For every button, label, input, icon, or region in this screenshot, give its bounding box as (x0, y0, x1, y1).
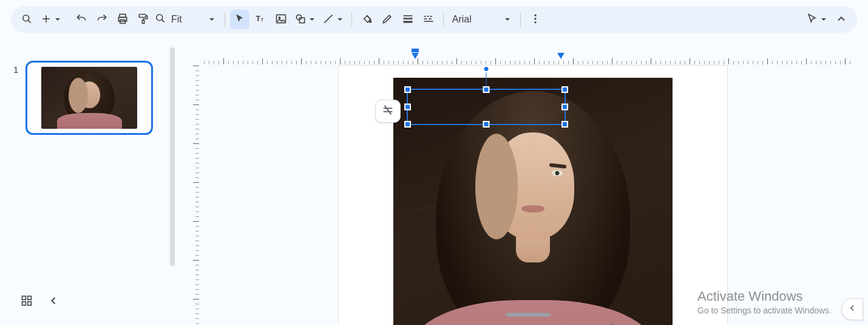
image-icon (275, 13, 287, 27)
svg-line-17 (324, 15, 332, 22)
slide-thumbnail[interactable] (25, 61, 153, 135)
svg-rect-22 (427, 16, 429, 17)
insert-image-button[interactable] (271, 10, 291, 29)
svg-point-0 (23, 15, 29, 21)
chevron-up-icon (835, 13, 847, 27)
mode-button[interactable] (804, 10, 830, 29)
dropdown-arrow-icon (503, 15, 512, 24)
zoom-dropdown[interactable]: Fit (154, 10, 220, 29)
separator (520, 12, 521, 27)
paint-roller-icon (137, 13, 149, 27)
separator (351, 12, 352, 27)
more-options-button[interactable] (526, 10, 545, 29)
separator (225, 12, 225, 27)
resize-handle-bl[interactable] (404, 121, 411, 128)
fill-color-button[interactable] (357, 10, 376, 29)
chevron-left-icon (47, 295, 59, 309)
filmstrip-slide[interactable]: 1 (13, 61, 153, 135)
redo-button[interactable] (92, 10, 112, 29)
svg-rect-34 (412, 49, 419, 52)
border-weight-button[interactable] (398, 10, 418, 29)
resize-handle-br[interactable] (561, 121, 568, 128)
dropdown-arrow-icon (336, 15, 344, 24)
cursor-icon (234, 13, 246, 27)
svg-rect-25 (429, 18, 432, 19)
dropdown-arrow-icon (819, 15, 828, 24)
resize-handle-tl[interactable] (404, 86, 411, 93)
new-slide-button[interactable] (38, 10, 64, 29)
resize-handle-ml[interactable] (404, 104, 411, 111)
clear-formatting-icon (381, 103, 395, 119)
resize-handle-tm[interactable] (483, 86, 490, 93)
resize-handle-bm[interactable] (483, 121, 490, 128)
paint-format-button[interactable] (134, 10, 153, 29)
select-tool-button[interactable] (230, 10, 249, 29)
canvas-area[interactable] (203, 64, 853, 325)
windows-watermark: Activate Windows Go to Settings to activ… (697, 289, 832, 315)
search-menus-button[interactable] (17, 10, 36, 29)
vertical-ruler[interactable] (188, 61, 203, 325)
chevron-left-icon (847, 303, 857, 315)
shape-icon (294, 13, 307, 27)
svg-rect-31 (28, 296, 32, 300)
watermark-subtitle: Go to Settings to activate Windows. (697, 306, 832, 315)
textbox-button[interactable]: TT (251, 10, 270, 29)
collapse-toolbar-button[interactable] (832, 10, 851, 29)
svg-line-10 (162, 20, 164, 22)
svg-rect-18 (403, 15, 412, 16)
redo-icon (96, 13, 108, 27)
svg-point-9 (157, 15, 163, 21)
pen-icon (381, 13, 393, 27)
search-icon (21, 13, 33, 27)
font-dropdown[interactable]: Arial (449, 10, 515, 29)
ruler-right-marker[interactable] (557, 52, 565, 60)
svg-point-29 (534, 21, 536, 23)
svg-rect-16 (299, 18, 304, 22)
svg-point-14 (279, 17, 280, 18)
print-button[interactable] (113, 10, 132, 29)
main-toolbar: Fit TT (11, 6, 857, 33)
svg-rect-24 (424, 18, 427, 19)
slide-number: 1 (13, 61, 18, 75)
line-weight-icon (402, 13, 414, 27)
selected-textbox[interactable] (407, 89, 566, 125)
grid-view-button[interactable] (17, 292, 36, 312)
print-icon (117, 13, 129, 27)
explore-button[interactable] (841, 298, 863, 320)
watermark-title: Activate Windows (697, 289, 832, 304)
font-label: Arial (452, 14, 472, 25)
svg-rect-26 (424, 21, 433, 22)
ellipse-shape[interactable] (475, 134, 518, 239)
paint-bucket-icon (361, 13, 373, 27)
svg-rect-7 (139, 14, 146, 17)
rotation-handle[interactable] (483, 66, 490, 72)
svg-text:T: T (260, 17, 264, 23)
svg-rect-21 (424, 16, 426, 17)
speaker-notes-handle[interactable] (506, 313, 551, 316)
separator (443, 12, 444, 27)
svg-rect-30 (22, 296, 26, 300)
filmstrip-panel: 1 (0, 43, 170, 325)
line-button[interactable] (320, 10, 347, 29)
plus-icon (40, 13, 52, 27)
svg-rect-23 (430, 16, 432, 17)
border-color-button[interactable] (378, 10, 397, 29)
shape-button[interactable] (292, 10, 319, 29)
floating-format-chip[interactable] (375, 100, 401, 123)
resize-handle-mr[interactable] (561, 104, 568, 111)
filmstrip-scrollbar[interactable] (170, 47, 175, 266)
dropdown-arrow-icon (208, 15, 216, 24)
dropdown-arrow-icon (308, 15, 316, 24)
filmstrip-collapse-button[interactable] (44, 292, 63, 312)
ruler-indent-marker-top[interactable] (411, 48, 419, 53)
border-dash-button[interactable] (419, 10, 438, 29)
textbox-icon: TT (254, 13, 266, 27)
undo-button[interactable] (72, 10, 91, 29)
svg-point-28 (534, 18, 536, 19)
zoom-label: Fit (169, 14, 205, 25)
horizontal-ruler[interactable] (203, 53, 853, 64)
cursor-outline-icon (806, 13, 818, 27)
resize-handle-tr[interactable] (561, 86, 568, 93)
svg-rect-20 (403, 21, 412, 22)
line-icon (322, 13, 334, 27)
